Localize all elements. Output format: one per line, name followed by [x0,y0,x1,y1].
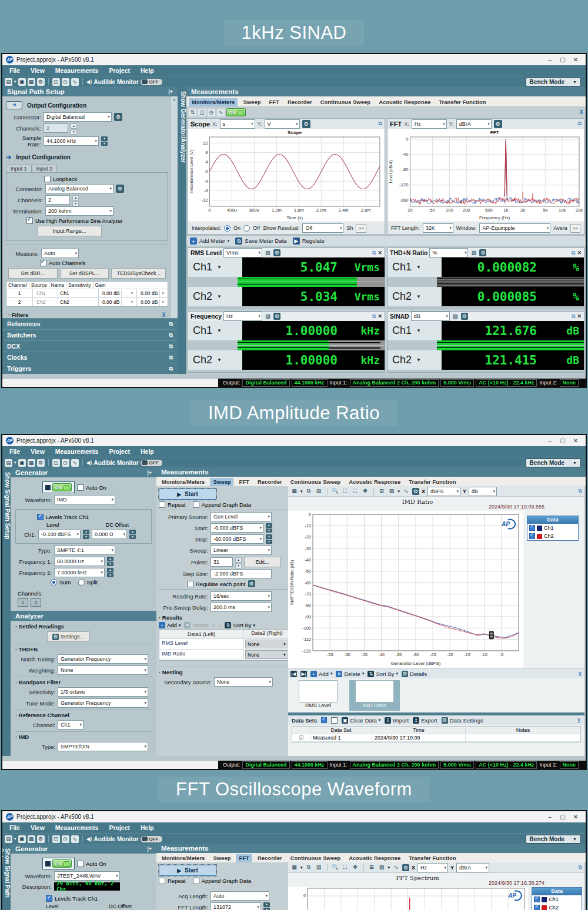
fft-length-stepper[interactable]: ▲▼ [263,902,270,910]
clock-small-icon[interactable]: ◷ [208,109,215,116]
graph-popout-icon[interactable]: ⧉ [579,864,582,871]
input-connector-select[interactable]: Analog Balanced▾ [45,184,113,193]
sweep-type-select[interactable]: Linear▾ [211,546,272,555]
measurement-tab[interactable]: Monitors/Meters [189,98,238,106]
sum-radio[interactable] [51,579,57,586]
measurement-tab[interactable]: Transfer Function [406,478,459,486]
meter-settings-icon[interactable]: ⚙ [273,249,280,256]
dock-icon[interactable]: |+ [147,470,152,476]
signal-icon[interactable]: ∿ [71,78,79,86]
show-signal-path-strip[interactable]: Show Signal Path Setup [2,467,11,756]
frequency2-stepper[interactable]: ▲▼ [107,568,113,577]
new-file-icon[interactable]: ▤ [5,459,12,467]
show-generator-analyzer-strip[interactable]: Show Generator/Analyzer [178,86,186,374]
save-meter-data-button[interactable]: ⧉Save Meter Data [235,237,286,245]
accordion-item[interactable]: References⧉ [2,318,178,329]
table-icon[interactable]: ⊞ [378,487,386,495]
minimize-button[interactable]: – [543,814,556,820]
level-stepper[interactable]: ▲▼ [83,530,89,539]
generator-on-toggle[interactable]: ON [42,858,75,869]
unit-select[interactable]: Vrms▾ [223,248,262,257]
uncheck-all-icon[interactable] [331,717,338,724]
display-mode-icon[interactable]: ▧ [264,313,272,320]
frequency2-select[interactable]: 7.00000 kHz▾ [54,568,105,577]
y-unit-select[interactable]: dB▾ [469,487,497,496]
generator-on-toggle[interactable]: ON [42,481,75,493]
meter-settings-icon[interactable]: ⚙ [273,313,280,320]
cell-source[interactable]: Ch1 [33,289,58,297]
measurement-tab[interactable]: Acoustic Response [346,478,403,486]
minimize-button[interactable]: – [543,437,556,444]
start-button[interactable]: ▶Start [159,489,216,500]
legend-checkbox[interactable] [534,905,540,910]
move-up-icon[interactable]: ↑ [212,622,215,628]
clock-icon[interactable]: ◷ [62,835,69,843]
scope-chart[interactable]: 0400u800u1.2m1.6m2.0m2.4m2.8m12840-4-8-1… [188,129,385,222]
zoom-out-icon[interactable]: ⛶ [342,487,349,495]
results-sort-button[interactable]: ⇅Sort By▾ [225,622,255,628]
save-icon[interactable]: ▦ [28,835,35,843]
save-graph-icon[interactable]: ▦ [290,487,298,495]
channel-button[interactable]: 1 [18,598,28,607]
move-down-icon[interactable]: ↓ [219,622,222,628]
vertical-scrollbar[interactable]: ▲ [171,96,178,318]
reading-rate-select[interactable]: 16/sec▾ [211,591,272,601]
gear-icon[interactable]: ⚙ [37,78,45,86]
pin-icon[interactable]: ⊼ [579,109,583,115]
repeat-checkbox[interactable] [159,501,165,508]
new-file-icon[interactable]: ▤ [5,835,12,843]
swap-icon[interactable]: ⇅ [189,109,196,116]
sample-rate-select[interactable]: 44.1000 kHz▾ [44,136,99,146]
pan-icon[interactable]: ✥ [362,487,369,495]
loopback-checkbox[interactable] [44,176,51,182]
table-icon[interactable]: ⊞ [368,864,376,871]
channel-label[interactable]: Ch2▼ [188,287,242,306]
measurement-tab[interactable]: FFT [236,478,252,486]
levels-track-checkbox[interactable] [37,514,44,520]
x-unit-select[interactable]: dBFS▾ [427,487,460,496]
step-size-field[interactable]: -2.000 dBFS [211,569,272,578]
measurement-tab[interactable]: Monitors/Meters [159,854,208,862]
bench-mode-dropdown[interactable]: Bench Mode▼ [526,459,581,467]
points-field[interactable]: 31 [211,557,233,567]
result-thumbnail[interactable]: RMS Level [293,680,343,711]
settings-button[interactable]: ⚙Settings... [47,631,89,642]
measurement-tab[interactable]: Sweep [210,478,233,486]
audible-monitor-toggle[interactable]: OFF [141,836,162,842]
sweep-start-stepper[interactable]: ▲▼ [266,523,272,533]
external-link-icon[interactable]: ⧉ [169,354,173,361]
channel-label[interactable]: Ch2▼ [387,287,442,306]
set-button[interactable]: Set dBSPL... [60,268,109,279]
meter-settings-icon[interactable]: ⚙ [479,249,486,256]
interpolated-off-radio[interactable] [243,225,250,232]
audible-monitor-toggle[interactable]: OFF [141,79,162,85]
cell-gain[interactable]: 0.00 dB▾ [137,298,168,306]
fft-chart[interactable]: 20501002005001k2k5k10k20k0-40-80-120-160… [387,129,584,222]
legend-checkbox[interactable] [534,896,540,902]
notch-tuning-select[interactable]: Generator Frequency▾ [58,654,148,664]
menu-item[interactable]: View [31,824,45,831]
limits-icon[interactable]: ∿ [392,864,400,871]
display-mode-icon[interactable]: ▧ [264,249,272,257]
channel-label[interactable]: Ch2▼ [387,350,442,370]
zoom-fit-icon[interactable]: ⛶ [352,487,359,495]
meter-close-icon[interactable]: ✕ [577,313,582,319]
results-delete-button[interactable]: ✕Delete [184,622,208,628]
display-mode-icon[interactable]: ▧ [452,313,459,320]
collapse-icon[interactable]: ⊼ [162,312,166,318]
fft-length-select[interactable]: 131072▾ [211,902,261,910]
measurement-tab[interactable]: Transfer Function [436,98,489,106]
level-select[interactable]: -0.100 dBFS▾ [38,530,81,539]
meters-icon[interactable]: ◫ [52,835,60,843]
auto-on-checkbox[interactable] [77,484,83,491]
scope-x-select[interactable]: s▾ [220,119,255,129]
measurement-tab[interactable]: Sweep [240,98,263,106]
print-icon[interactable]: ▤ [315,864,323,871]
display-mode-icon[interactable]: ▧ [470,249,477,257]
meters-icon[interactable]: ◫ [52,78,60,86]
fft-popout-icon[interactable]: ⧉ [578,121,582,127]
waveform-select[interactable]: JTEST_2448.WAV▾ [54,871,120,881]
regulate-button[interactable]: ▶Regulate [293,237,325,245]
menu-item[interactable]: Measurements [55,67,99,74]
set-button[interactable]: Set dBR... [8,268,58,279]
